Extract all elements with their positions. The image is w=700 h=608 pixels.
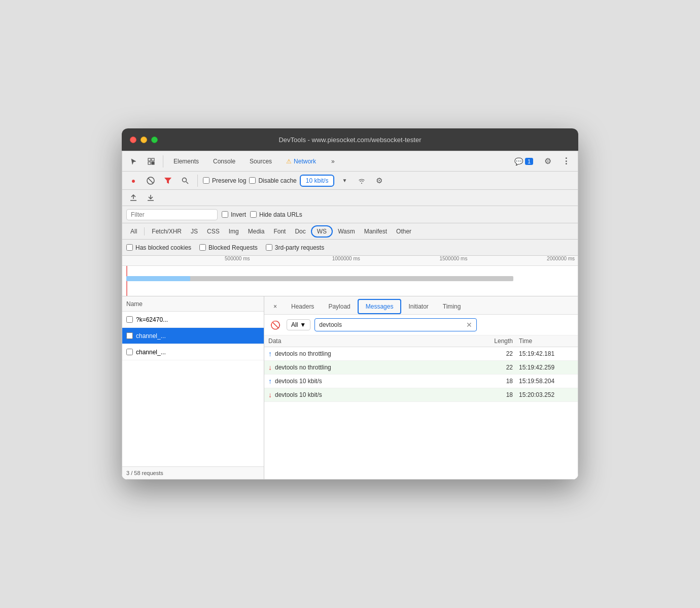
message-row[interactable]: ↑ devtools 10 kbit/s 18 15:19:58.204 bbox=[264, 375, 578, 388]
timeline-red-marker bbox=[126, 266, 127, 296]
blocked-cookies-label[interactable]: Has blocked cookies bbox=[126, 244, 191, 251]
type-btn-css[interactable]: CSS bbox=[203, 226, 224, 237]
list-item-checkbox-3[interactable] bbox=[126, 349, 133, 355]
tab-network[interactable]: ⚠ Network bbox=[280, 156, 322, 167]
titlebar: DevTools - www.piesocket.com/websocket-t… bbox=[122, 128, 578, 151]
preserve-log-label[interactable]: Preserve log bbox=[203, 177, 246, 184]
all-filter-select[interactable]: All ▼ bbox=[287, 319, 310, 330]
msg-header-data: Data bbox=[268, 337, 472, 345]
msg-header-length: Length bbox=[472, 337, 513, 345]
detail-tab-close[interactable]: × bbox=[266, 300, 284, 314]
toolbar-separator bbox=[197, 175, 198, 187]
record-button[interactable]: ● bbox=[126, 174, 141, 188]
tab-sources[interactable]: Sources bbox=[243, 156, 278, 167]
msg-header-time: Time bbox=[513, 337, 574, 345]
preserve-log-checkbox[interactable] bbox=[203, 177, 209, 184]
timeline-mark-4: 2000000 ms bbox=[547, 256, 575, 261]
detail-tab-initiator[interactable]: Initiator bbox=[401, 300, 435, 314]
type-btn-all[interactable]: All bbox=[126, 226, 141, 237]
tab-console[interactable]: Console bbox=[207, 156, 241, 167]
toolbar: ● Preserve log bbox=[122, 172, 578, 190]
invert-checkbox[interactable] bbox=[222, 211, 228, 218]
third-party-checkbox[interactable] bbox=[266, 244, 272, 251]
message-search-input[interactable] bbox=[319, 321, 466, 328]
console-badge-button[interactable]: 💬 1 bbox=[510, 156, 537, 167]
messages-table: Data Length Time ↑ devtools no throttlin… bbox=[264, 335, 578, 479]
message-row[interactable]: ↑ devtools no throttling 22 15:19:42.181 bbox=[264, 347, 578, 361]
list-item-checkbox-1[interactable] bbox=[126, 316, 133, 323]
throttle-button[interactable]: 10 kbit/s bbox=[300, 175, 335, 187]
type-filter-row: All Fetch/XHR JS CSS Img Media Font Doc … bbox=[122, 223, 578, 240]
message-row[interactable]: ↓ devtools no throttling 22 15:19:42.259 bbox=[264, 361, 578, 375]
timeline-mark-3: 1500000 ms bbox=[439, 256, 467, 261]
clear-button[interactable] bbox=[144, 174, 158, 188]
filter-input[interactable] bbox=[126, 209, 218, 220]
wifi-throttle-icon[interactable] bbox=[355, 174, 369, 188]
timeline-marks: 500000 ms 1000000 ms 1500000 ms 2000000 … bbox=[126, 256, 574, 266]
blocked-cookies-checkbox[interactable] bbox=[126, 244, 133, 251]
list-items: ?k=62470... channel_... channel_... bbox=[122, 312, 264, 466]
msg-time-2: 15:19:42.259 bbox=[513, 364, 574, 371]
timeline-bar-active bbox=[126, 276, 190, 281]
list-item-checkbox-2[interactable] bbox=[126, 332, 133, 339]
cursor-icon[interactable] bbox=[126, 154, 142, 169]
search-icon[interactable] bbox=[178, 174, 192, 188]
more-options-icon[interactable]: ⋮ bbox=[558, 154, 574, 169]
upload-row bbox=[122, 190, 578, 206]
list-header: Name bbox=[122, 296, 264, 312]
filter-icon[interactable] bbox=[161, 174, 175, 188]
type-btn-fetchxhr[interactable]: Fetch/XHR bbox=[148, 226, 186, 237]
msg-length-4: 18 bbox=[472, 391, 513, 398]
import-button[interactable] bbox=[126, 191, 141, 205]
type-btn-media[interactable]: Media bbox=[244, 226, 269, 237]
close-button[interactable] bbox=[130, 137, 136, 143]
fullscreen-button[interactable] bbox=[151, 137, 158, 143]
list-item-name-2: channel_... bbox=[136, 332, 260, 340]
svg-rect-1 bbox=[152, 158, 154, 161]
filter-dropdown-arrow: ▼ bbox=[300, 321, 306, 328]
type-btn-wasm[interactable]: Wasm bbox=[334, 226, 359, 237]
timeline-mark-1: 500000 ms bbox=[225, 256, 250, 261]
type-btn-img[interactable]: Img bbox=[225, 226, 243, 237]
block-icon[interactable]: 🚫 bbox=[268, 318, 283, 332]
msg-data-1: devtools no throttling bbox=[275, 350, 472, 357]
detail-tab-timing[interactable]: Timing bbox=[436, 300, 468, 314]
disable-cache-checkbox[interactable] bbox=[249, 177, 256, 184]
msg-data-4: devtools 10 kbit/s bbox=[275, 391, 472, 398]
message-row[interactable]: ↓ devtools 10 kbit/s 18 15:20:03.252 bbox=[264, 388, 578, 402]
network-settings-icon[interactable]: ⚙ bbox=[372, 174, 386, 188]
hide-data-urls-checkbox[interactable] bbox=[250, 211, 257, 218]
list-item-selected[interactable]: channel_... bbox=[122, 328, 264, 344]
type-btn-doc[interactable]: Doc bbox=[291, 226, 309, 237]
export-button[interactable] bbox=[144, 191, 158, 205]
detail-tab-messages[interactable]: Messages bbox=[358, 299, 402, 314]
disable-cache-label[interactable]: Disable cache bbox=[249, 177, 296, 184]
list-item[interactable]: ?k=62470... bbox=[122, 312, 264, 328]
blocked-requests-label[interactable]: Blocked Requests bbox=[199, 244, 258, 251]
minimize-button[interactable] bbox=[141, 137, 147, 143]
invert-label[interactable]: Invert bbox=[222, 211, 246, 218]
throttle-dropdown[interactable]: ▼ bbox=[337, 174, 352, 188]
hide-data-urls-label[interactable]: Hide data URLs bbox=[250, 211, 302, 218]
msg-data-3: devtools 10 kbit/s bbox=[275, 378, 472, 385]
svg-marker-6 bbox=[164, 178, 171, 184]
type-btn-other[interactable]: Other bbox=[392, 226, 415, 237]
list-item[interactable]: channel_... bbox=[122, 344, 264, 360]
msg-length-3: 18 bbox=[472, 378, 513, 385]
message-search-box[interactable]: ✕ bbox=[314, 318, 477, 331]
detail-tab-headers[interactable]: Headers bbox=[284, 300, 321, 314]
third-party-label[interactable]: 3rd-party requests bbox=[266, 244, 324, 251]
search-clear-icon[interactable]: ✕ bbox=[466, 321, 472, 329]
type-btn-ws[interactable]: WS bbox=[311, 225, 333, 238]
tab-more[interactable]: » bbox=[325, 156, 341, 167]
timeline-mark-2: 1000000 ms bbox=[332, 256, 360, 261]
settings-icon[interactable]: ⚙ bbox=[540, 154, 555, 169]
type-btn-js[interactable]: JS bbox=[187, 226, 202, 237]
type-btn-manifest[interactable]: Manifest bbox=[360, 226, 391, 237]
blocked-requests-checkbox[interactable] bbox=[199, 244, 206, 251]
detail-tab-payload[interactable]: Payload bbox=[321, 300, 357, 314]
type-btn-font[interactable]: Font bbox=[269, 226, 290, 237]
inspector-icon[interactable] bbox=[144, 154, 159, 169]
traffic-lights bbox=[130, 137, 158, 143]
tab-elements[interactable]: Elements bbox=[167, 156, 205, 167]
